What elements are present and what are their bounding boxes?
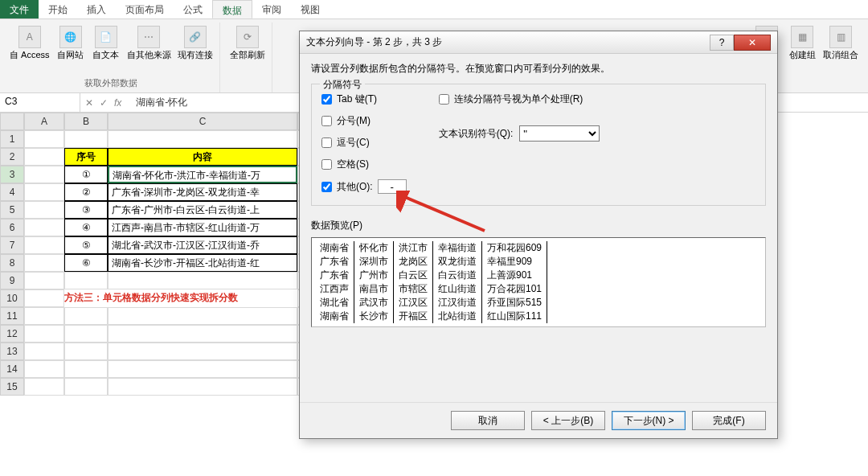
chk-other-input[interactable] <box>321 182 332 192</box>
btn-refresh-all[interactable]: ⟳ 全部刷新 <box>228 24 267 61</box>
preview-cell: 江西声 <box>315 282 354 296</box>
other-delimiter-input[interactable] <box>378 179 407 194</box>
chk-other[interactable]: 其他(O): <box>321 179 407 194</box>
tab-home[interactable]: 开始 <box>39 0 77 18</box>
row-7[interactable]: 7 <box>0 236 24 254</box>
preview-box[interactable]: 湖南省怀化市洪江市幸福街道万和花园609广东省深圳市龙岗区双龙街道幸福里909广… <box>311 237 766 327</box>
row-8[interactable]: 8 <box>0 254 24 272</box>
chk-semicolon-input[interactable] <box>321 116 332 126</box>
row-3[interactable]: 3 <box>0 166 24 183</box>
cell-C7[interactable]: 湖北省-武汉市-江汉区-江汉街道-乔 <box>108 236 297 254</box>
chk-consecutive-input[interactable] <box>439 94 449 105</box>
ungroup-icon: ▥ <box>829 26 852 48</box>
group-icon: ▦ <box>791 26 813 48</box>
btn-from-other-label: 自其他来源 <box>127 50 171 60</box>
preview-cell: 洪江市 <box>394 241 433 255</box>
row-13[interactable]: 13 <box>0 343 24 360</box>
row-12[interactable]: 12 <box>0 325 24 343</box>
chk-consecutive[interactable]: 连续分隔符号视为单个处理(R) <box>439 92 600 106</box>
table-row[interactable]: ② <box>64 183 108 201</box>
chk-tab[interactable]: Tab 键(T) <box>321 92 407 106</box>
next-button[interactable]: 下一步(N) > <box>612 411 686 430</box>
row-9[interactable]: 9 <box>0 272 24 289</box>
tab-layout[interactable]: 页面布局 <box>116 0 174 18</box>
btn-from-text[interactable]: 📄 自文本 <box>90 24 122 61</box>
table-header-seq: 序号 <box>64 148 108 166</box>
row-5[interactable]: 5 <box>0 201 24 219</box>
table-row[interactable]: ⑥ <box>64 254 108 272</box>
row-11[interactable]: 11 <box>0 307 24 325</box>
chk-space-input[interactable] <box>321 159 332 170</box>
tab-insert[interactable]: 插入 <box>77 0 116 18</box>
tab-formula[interactable]: 公式 <box>174 0 212 18</box>
table-row[interactable]: ③ <box>64 201 108 219</box>
preview-cell: 开福区 <box>394 310 433 323</box>
preview-cell: 湖南省 <box>315 310 354 323</box>
back-button[interactable]: < 上一步(B) <box>531 411 605 430</box>
preview-cell: 幸福里909 <box>482 255 547 269</box>
chk-space[interactable]: 空格(S) <box>321 158 407 171</box>
col-C[interactable]: C <box>108 113 297 130</box>
row-6[interactable]: 6 <box>0 219 24 236</box>
tab-review[interactable]: 审阅 <box>252 0 291 18</box>
row-4[interactable]: 4 <box>0 183 24 201</box>
preview-cell: 双龙街道 <box>433 255 482 269</box>
cell-C4[interactable]: 广东省-深圳市-龙岗区-双龙街道-幸 <box>108 183 297 201</box>
cancel-button[interactable]: 取消 <box>451 411 525 430</box>
btn-from-web[interactable]: 🌐 自网站 <box>55 24 87 61</box>
select-all-corner[interactable] <box>0 113 24 130</box>
preview-cell: 北站街道 <box>433 310 482 323</box>
chk-semicolon[interactable]: 分号(M) <box>321 114 407 128</box>
btn-group-ungroup-label: 取消组合 <box>823 50 858 60</box>
btn-group-create[interactable]: ▦ 创建组 <box>786 24 818 61</box>
preview-cell: 江汉街道 <box>433 296 482 310</box>
row-2[interactable]: 2 <box>0 148 24 166</box>
row-1[interactable]: 1 <box>0 130 24 148</box>
chk-tab-input[interactable] <box>321 94 332 105</box>
tab-view[interactable]: 视图 <box>291 0 330 18</box>
other-source-icon: ⋯ <box>137 26 160 48</box>
col-B[interactable]: B <box>64 113 108 130</box>
name-box[interactable]: C3 <box>0 93 80 112</box>
row-14[interactable]: 14 <box>0 360 24 378</box>
chk-consecutive-label: 连续分隔符号视为单个处理(R) <box>454 92 583 106</box>
preview-cell: 红山街道 <box>433 282 482 296</box>
finish-button[interactable]: 完成(F) <box>692 411 766 430</box>
row-15[interactable]: 15 <box>0 378 24 396</box>
text-qualifier-select[interactable]: " <box>519 125 600 142</box>
text-icon: 📄 <box>95 26 117 48</box>
cell-C6[interactable]: 江西声-南昌市-市辖区-红山街道-万 <box>108 219 297 236</box>
chk-comma-input[interactable] <box>321 137 332 148</box>
chk-comma[interactable]: 逗号(C) <box>321 136 407 150</box>
btn-from-other[interactable]: ⋯ 自其他来源 <box>125 24 173 61</box>
col-A[interactable]: A <box>24 113 64 130</box>
dialog-close-button[interactable]: ✕ <box>734 35 771 51</box>
chk-other-label: 其他(O): <box>337 180 373 194</box>
fx-confirm-icon[interactable]: ✓ <box>100 97 108 109</box>
btn-from-access-label: 自 Access <box>10 50 50 60</box>
cell-C8[interactable]: 湖南省-长沙市-开福区-北站街道-红 <box>108 254 297 272</box>
tab-file[interactable]: 文件 <box>0 0 39 18</box>
formula-value[interactable]: 湖南省-怀化 <box>128 96 187 109</box>
tab-data[interactable]: 数据 <box>212 0 252 18</box>
btn-existing-conn[interactable]: 🔗 现有连接 <box>176 24 215 61</box>
btn-from-access[interactable]: A 自 Access <box>8 24 51 61</box>
cell-C3[interactable]: 湖南省-怀化市-洪江市-幸福街道-万 <box>108 166 297 183</box>
table-row[interactable]: ④ <box>64 219 108 236</box>
dialog-help-button[interactable]: ? <box>710 35 734 51</box>
dialog-titlebar[interactable]: 文本分列向导 - 第 2 步，共 3 步 ? ✕ <box>300 31 777 54</box>
btn-group-ungroup[interactable]: ▥ 取消组合 <box>821 24 860 61</box>
row-10[interactable]: 10 <box>0 289 24 307</box>
cell-C5[interactable]: 广东省-广州市-白云区-白云街道-上 <box>108 201 297 219</box>
table-row[interactable]: ① <box>64 166 108 183</box>
preview-cell: 万合花园101 <box>482 282 547 296</box>
fx-cancel-icon[interactable]: ✕ <box>85 97 93 109</box>
dialog-instruction: 请设置分列数据所包含的分隔符号。在预览窗口内可看到分列的效果。 <box>311 62 766 76</box>
ribbon-group-label-external: 获取外部数据 <box>84 76 137 91</box>
preview-cell: 湖北省 <box>315 296 354 310</box>
btn-existing-conn-label: 现有连接 <box>178 50 213 60</box>
fx-icon[interactable]: fx <box>114 97 121 109</box>
preview-cell: 武汉市 <box>354 296 394 310</box>
chk-tab-label: Tab 键(T) <box>337 92 377 106</box>
table-row[interactable]: ⑤ <box>64 236 108 254</box>
